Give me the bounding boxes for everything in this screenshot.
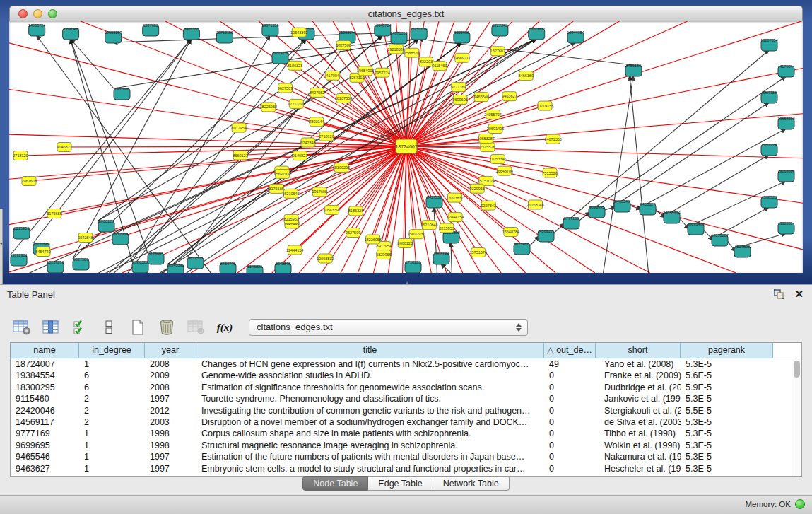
table-body: 1872400712008Changes of HCN gene express… [11,358,792,476]
close-panel-icon[interactable]: ✕ [794,287,804,301]
tab-node-table[interactable]: Node Table [302,476,368,491]
svg-text:12093832: 12093832 [528,27,545,31]
memory-status-label: Memory: OK [745,500,791,508]
svg-text:16210643: 16210643 [33,242,49,246]
svg-text:16648784: 16648784 [496,169,513,173]
table-cell: 5.3E-5 [681,451,773,462]
row-height-icon[interactable] [98,317,119,338]
table-cell: 9699695 [11,440,79,451]
table-panel-title: Table Panel [7,289,55,300]
svg-text:24055724: 24055724 [484,112,501,117]
column-visibility-icon[interactable] [40,317,61,338]
svg-text:12213392: 12213392 [288,102,305,106]
table-cell: 0 [544,370,596,381]
svg-text:2718120: 2718120 [13,153,28,158]
svg-text:832203: 832203 [779,221,792,226]
table-cell: Disruption of a novel member of a sodium… [196,416,544,428]
float-window-icon[interactable] [773,288,784,300]
table-row[interactable]: 1830029562008Estimation of significance … [11,382,792,393]
delete-table-icon [185,317,206,338]
column-header-title[interactable]: title [196,343,544,358]
tab-edge-table[interactable]: Edge Table [368,476,433,491]
table-cell: 5.5E-5 [681,405,773,416]
table-cell: 0 [544,382,596,393]
table-cell: Yano et al. (2008) [596,358,681,370]
memory-status[interactable]: Memory: OK [745,499,805,509]
svg-text:21053346: 21053346 [489,157,506,161]
svg-text:3175685: 3175685 [148,252,163,256]
table-panel-header: Table Panel ✕ [0,285,812,304]
column-header-name[interactable]: name [11,343,79,358]
table-vertical-scrollbar[interactable] [792,358,801,476]
network-window-titlebar[interactable]: citations_edges.txt [9,6,803,21]
delete-column-icon[interactable] [156,317,177,338]
table-cell: 2 [79,393,145,404]
table-cell: 1 [79,358,145,370]
svg-text:16648784: 16648784 [502,230,519,234]
table-cell: 2009 [145,370,196,381]
table-cell: 5.3E-5 [681,428,773,439]
svg-text:14671355: 14671355 [544,137,561,141]
tab-network-table[interactable]: Network Table [433,476,510,491]
table-settings-icon[interactable] [11,317,33,338]
svg-text:2718120: 2718120 [406,260,420,264]
svg-text:16107554: 16107554 [335,96,352,100]
table-cell: Dudbridge et al. (2008) [596,382,681,393]
svg-text:832203: 832203 [420,59,433,64]
hub-node: 18724007 [395,139,417,153]
svg-text:18724007: 18724007 [395,144,417,149]
new-table-icon[interactable] [127,317,148,338]
table-row[interactable]: 1872400712008Changes of HCN gene express… [11,358,792,370]
svg-text:8466160: 8466160 [626,64,641,68]
column-header-in_degree[interactable]: in_degree [79,343,145,358]
table-row[interactable]: 969969511998Structural magnetic resonanc… [11,440,792,451]
svg-text:24055724: 24055724 [28,23,45,28]
table-cell: 2012 [145,405,196,416]
split-pane-divider-handle[interactable]: ▴ [403,280,411,285]
table-row[interactable]: 911546021997Tourette syndrome. Phenomeno… [11,393,792,404]
table-row[interactable]: 2242004622012Investigating the contribut… [11,405,792,416]
table-cell: 22420046 [11,405,79,416]
table-cell: Hescheler et al. (1997) [596,463,681,474]
table-cell: 18724007 [11,358,79,370]
citation-network-graph[interactable]: 2405572420691406106532871527602846616010… [9,21,803,273]
table-row[interactable]: 946554611997Estimation of the future num… [11,451,792,462]
table-row[interactable]: 1456911722003Disruption of a novel membe… [11,416,792,428]
svg-text:15692931: 15692931 [408,232,425,236]
table-selector-dropdown[interactable]: citations_edges.txt [249,319,528,336]
network-canvas[interactable]: 2405572420691406106532871527602846616010… [9,21,803,273]
svg-text:10719155: 10719155 [216,30,233,35]
table-cell: 2008 [145,358,196,370]
column-header-year[interactable]: year [145,343,196,358]
west-panel-collapsed-strip[interactable]: ◂ [0,209,3,284]
column-header-out_de[interactable]: △ out_de… [544,343,596,358]
select-rows-icon[interactable] [69,317,90,338]
table-cell: 1 [79,440,145,451]
table-row[interactable]: 977716911998Corpus callosum shape and si… [11,428,792,439]
svg-text:21053346: 21053346 [339,30,355,35]
table-type-tabs: Node TableEdge TableNetwork Table [0,476,812,491]
table-cell: Stergiakouli et al. (2012) [596,405,681,416]
expand-west-panel-icon[interactable]: ◂ [0,241,2,245]
column-header-pagerank[interactable]: pagerank [681,343,773,358]
svg-text:15751074: 15751074 [469,250,486,255]
table-cell: 1997 [145,463,196,474]
svg-text:9627509: 9627509 [346,230,360,235]
svg-text:12093832: 12093832 [317,257,334,261]
column-header-short[interactable]: short [596,343,681,358]
svg-text:10543392: 10543392 [290,30,307,35]
table-cell: 5.3E-5 [681,463,773,474]
scrollbar-thumb[interactable] [794,361,800,378]
svg-text:8215953: 8215953 [439,226,454,230]
table-cell: 49 [544,358,596,370]
function-builder-icon[interactable]: f(x) [214,317,235,338]
svg-text:8267110: 8267110 [349,76,364,80]
svg-text:9242848: 9242848 [276,262,290,266]
svg-text:10719155: 10719155 [536,104,553,108]
table-cell: Wolkin et al. (1998) [596,440,681,451]
svg-text:2803144: 2803144 [309,119,324,124]
table-row[interactable]: 1938455462009Genome-wide association stu… [11,370,792,381]
svg-text:9146821: 9146821 [293,153,307,158]
table-cell: 2 [79,405,145,416]
table-row[interactable]: 946362711997Embryonic stem cells: a mode… [11,463,792,474]
